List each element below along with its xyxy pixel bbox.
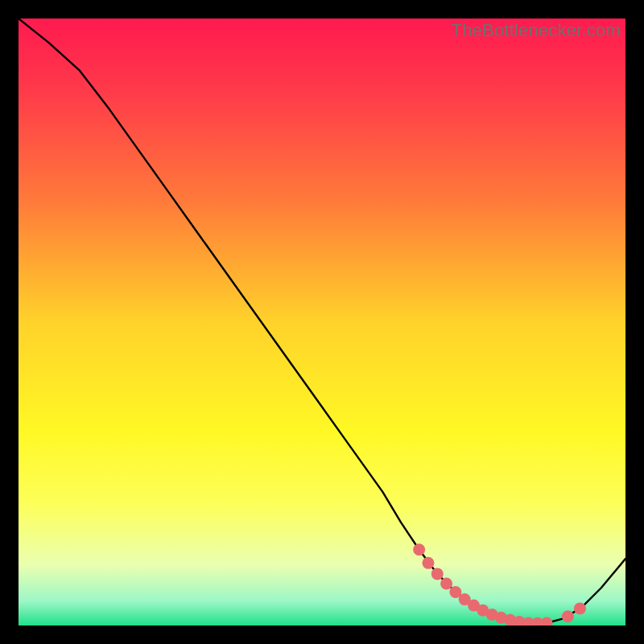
chart-marker [562, 610, 574, 622]
chart-marker [440, 577, 452, 589]
chart-marker [431, 568, 444, 580]
chart-plot [19, 19, 625, 625]
watermark-text: TheBottlenecker.com [452, 20, 621, 41]
chart-frame: TheBottlenecker.com [19, 19, 625, 625]
chart-marker [574, 602, 586, 614]
chart-marker [413, 543, 425, 555]
chart-marker [422, 557, 434, 569]
